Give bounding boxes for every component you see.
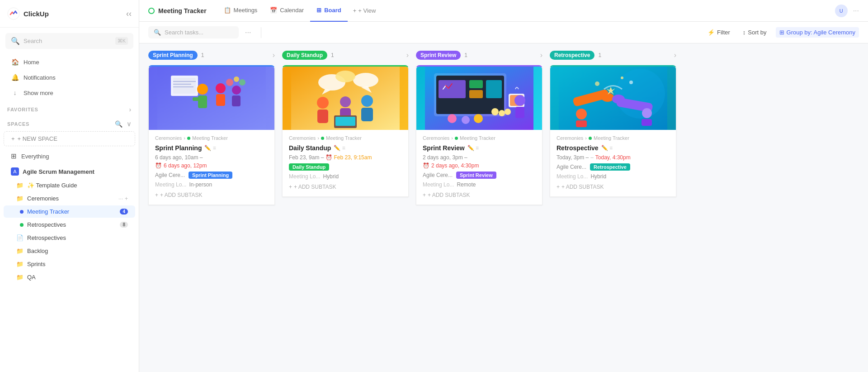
chevron-down-icon: ↓ [11, 89, 19, 96]
toolbar-right-actions: ⚡ Filter ↕ Sort by ⊞ Group by: Agile Cer… [704, 27, 859, 38]
plus-icon: + [353, 7, 357, 14]
sidebar-item-retrospectives-doc[interactable]: 📄 Retrospectives [4, 232, 135, 244]
svg-point-46 [514, 95, 525, 106]
filter-icon: ⚡ [708, 29, 715, 36]
search-shortcut: ⌘K [115, 37, 128, 45]
retrospectives-dot-badge: 8 [120, 222, 128, 228]
sidebar-item-ceremonies[interactable]: 📁 Ceremonies ··· + [4, 192, 135, 205]
card-body-retrospective: Ceremonies › Meeting Tracker Retrospecti… [550, 130, 676, 196]
card-illustration-retrospective [559, 67, 667, 130]
sidebar-item-meeting-tracker[interactable]: Meeting Tracker 4 [4, 205, 135, 218]
column-badge-sprint-planning: Sprint Planning [148, 51, 198, 60]
board-area: Sprint Planning 1 › [139, 43, 868, 372]
meetings-icon: 📋 [224, 7, 231, 14]
search-icon: 🔍 [154, 29, 161, 36]
sidebar-item-label: Ceremonies [27, 195, 115, 202]
search-tasks-input[interactable]: 🔍 Search tasks... [148, 26, 239, 38]
add-icon[interactable]: + [125, 196, 128, 202]
group-by-button[interactable]: ⊞ Group by: Agile Ceremony [776, 27, 859, 38]
collapse-sidebar-button[interactable]: ‹‹ [126, 9, 132, 19]
view-tabs: 📋 Meetings 📅 Calendar ⊞ Board [217, 0, 348, 22]
column-more-retrospective[interactable]: › [674, 51, 676, 59]
spaces-controls[interactable]: 🔍 ∨ [115, 120, 132, 128]
svg-rect-28 [361, 108, 373, 121]
logo: ClickUp [7, 7, 49, 20]
column-more-sprint-planning[interactable]: › [273, 51, 275, 59]
card-title-sprint-planning: Sprint Planning ✏️ ≡ [155, 144, 268, 152]
card-tags-daily-standup: Daily Standup [289, 163, 402, 171]
sidebar-item-home[interactable]: 🏠 Home [4, 55, 135, 69]
svg-rect-11 [216, 94, 225, 106]
folder-icon: 📁 [16, 274, 24, 281]
new-space-button[interactable]: + + NEW SPACE [4, 131, 135, 146]
bell-icon: 🔔 [11, 74, 19, 81]
card-image-retrospective [550, 67, 676, 130]
home-icon: 🏠 [11, 58, 19, 66]
card-field-location-standup: Meeting Lo... Hybrid [289, 173, 402, 180]
svg-point-55 [629, 81, 633, 84]
sidebar-item-sprints[interactable]: 📁 Sprints [4, 258, 135, 270]
toolbar-more-button[interactable]: ··· [242, 29, 254, 37]
more-options-icon[interactable]: ··· [853, 7, 859, 15]
column-count-sprint-planning: 1 [201, 52, 204, 58]
add-subtask-retrospective[interactable]: + + ADD SUBTASK [557, 181, 670, 193]
svg-point-20 [353, 73, 378, 87]
top-nav-right: U ··· [835, 5, 859, 17]
svg-point-56 [621, 76, 623, 79]
sidebar-item-everything[interactable]: ⊞ Everything [4, 149, 135, 163]
add-view-button[interactable]: + + View [348, 7, 382, 14]
svg-point-12 [232, 86, 241, 95]
sidebar-item-show-more[interactable]: ↓ Show more [4, 86, 135, 100]
field-label-agile: Agile Cere... [155, 172, 185, 178]
svg-rect-30 [335, 117, 355, 126]
add-subtask-sprint-review[interactable]: + + ADD SUBTASK [423, 189, 536, 201]
sidebar-item-label: Sprints [27, 261, 45, 267]
column-header-daily-standup: Daily Standup 1 › [282, 51, 409, 60]
tab-board[interactable]: ⊞ Board [310, 0, 348, 22]
svg-point-16 [239, 79, 245, 86]
tab-meetings[interactable]: 📋 Meetings [217, 0, 264, 22]
card-sprint-review: Ceremonies › Meeting Tracker Sprint Revi… [416, 65, 542, 205]
column-more-daily-standup[interactable]: › [406, 51, 409, 59]
search-input[interactable]: 🔍 Search ⌘K [5, 33, 133, 49]
tab-calendar[interactable]: 📅 Calendar [264, 0, 310, 22]
search-spaces-icon[interactable]: 🔍 [115, 120, 123, 128]
avatar[interactable]: U [835, 5, 848, 17]
collapse-spaces-icon[interactable]: ∨ [127, 120, 132, 128]
favorites-expand-icon[interactable]: › [129, 106, 132, 113]
sidebar-item-label: Retrospectives [27, 221, 116, 228]
column-daily-standup: Daily Standup 1 › [282, 51, 409, 209]
space-icon: A [11, 167, 19, 176]
svg-point-23 [317, 97, 329, 109]
status-circle [148, 8, 155, 14]
add-subtask-daily-standup[interactable]: + + ADD SUBTASK [289, 181, 402, 193]
card-body-daily-standup: Ceremonies › Meeting Tracker Daily Stand… [283, 130, 408, 196]
sort-button[interactable]: ↕ Sort by [739, 27, 770, 38]
sidebar-item-qa[interactable]: 📁 QA [4, 271, 135, 283]
svg-rect-24 [317, 110, 328, 123]
svg-point-44 [499, 110, 505, 116]
column-header-sprint-planning: Sprint Planning 1 › [148, 51, 275, 60]
group-icon: ⊞ [779, 29, 784, 36]
ceremonies-actions[interactable]: ··· + [118, 196, 128, 202]
add-subtask-sprint-planning[interactable]: + + ADD SUBTASK [155, 189, 268, 201]
filter-button[interactable]: ⚡ Filter [704, 27, 734, 38]
sort-icon: ↕ [743, 29, 746, 36]
column-count-sprint-review: 1 [464, 52, 467, 58]
sidebar-item-retrospectives-dot[interactable]: Retrospectives 8 [4, 219, 135, 231]
svg-point-14 [226, 79, 233, 86]
field-label-agile: Agile Cere... [423, 172, 453, 178]
dot-icon [20, 210, 24, 214]
plus-icon: + [155, 192, 158, 198]
sidebar-space-agile-scrum[interactable]: A Agile Scrum Management [4, 165, 135, 178]
more-icon[interactable]: ··· [118, 196, 123, 202]
field-label-agile: Agile Cere... [557, 164, 586, 170]
sidebar-item-notifications[interactable]: 🔔 Notifications [4, 70, 135, 85]
sidebar-item-template-guide[interactable]: 📁 ✨ Template Guide [4, 179, 135, 191]
toolbar: 🔍 Search tasks... ··· ⚡ Filter ↕ Sort by… [139, 22, 868, 43]
column-more-sprint-review[interactable]: › [540, 51, 542, 59]
column-sprint-review: Sprint Review 1 › [416, 51, 542, 209]
tag-sprint-review: Sprint Review [456, 172, 496, 179]
svg-point-53 [612, 95, 625, 104]
sidebar-item-backlog[interactable]: 📁 Backlog [4, 245, 135, 257]
